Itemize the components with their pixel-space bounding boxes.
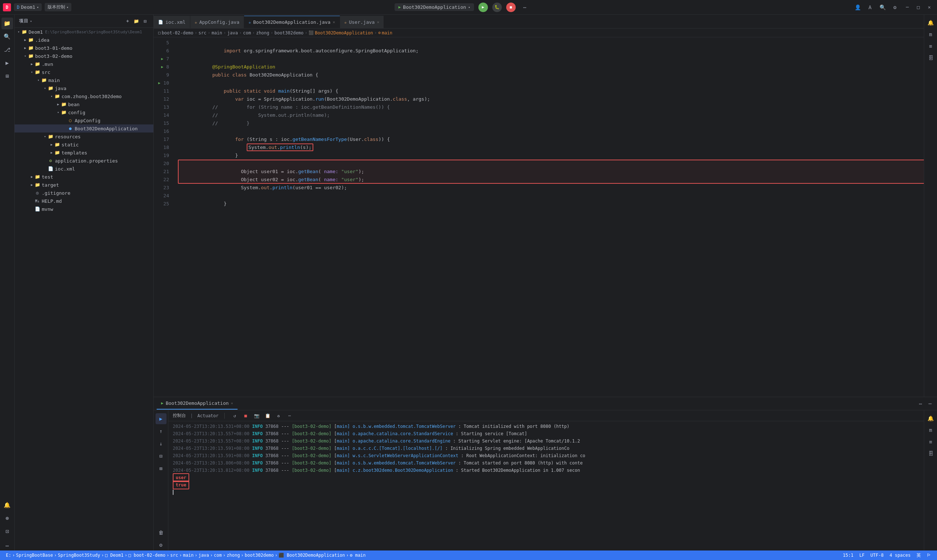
panel-options-icon[interactable]: ⋯ <box>917 400 925 408</box>
run-button[interactable]: ▶ <box>479 3 488 12</box>
tree-config[interactable]: ▾ 📁 config <box>15 108 153 116</box>
tree-boot301[interactable]: ▶ 📁 boot3-01-demo <box>15 44 153 52</box>
status-path[interactable]: E: › SpringBootBase › SpringBoot3Study ›… <box>5 553 367 558</box>
db-gutter-icon[interactable]: 🗄 <box>926 448 936 458</box>
notifications-icon[interactable]: 🔔 <box>2 499 13 511</box>
status-lf[interactable]: LF <box>858 553 866 558</box>
run-gutter-icon[interactable]: ▶ <box>160 63 165 71</box>
plugins-icon[interactable]: ⊞ <box>2 70 13 82</box>
tab-boot302[interactable]: ☕ Boot302DemoApplication.java ✕ <box>244 16 340 28</box>
minimize-button[interactable]: ─ <box>903 3 912 12</box>
stop-run-icon[interactable]: ■ <box>242 412 249 420</box>
new-file-icon[interactable]: + <box>124 18 131 25</box>
settings-icon[interactable]: ⚙ <box>155 540 166 551</box>
translate-icon[interactable]: A <box>865 3 875 12</box>
search-icon[interactable]: 🔍 <box>878 3 887 12</box>
bookmarks-right-icon[interactable]: m <box>926 29 936 40</box>
code-content[interactable]: import org.springframework.boot.autoconf… <box>172 37 932 397</box>
breadcrumb-zhong[interactable]: zhong <box>256 31 269 35</box>
tab-appconfig[interactable]: ☕ AppConfig.java <box>190 16 244 28</box>
tree-mvnw[interactable]: ▶ 📄 mvnw <box>15 205 153 213</box>
find-icon[interactable]: 🔍 <box>2 31 13 43</box>
console-tab-label[interactable]: 控制台 <box>173 412 186 419</box>
tree-app-props[interactable]: ▶ ⚙ application.properties <box>15 157 153 165</box>
dump-icon[interactable]: 📋 <box>263 412 272 420</box>
gc-icon[interactable]: ♻ <box>274 412 283 420</box>
tab-ioc-xml[interactable]: 📄 ioc.xml <box>154 16 190 28</box>
tree-resources[interactable]: ▾ 📁 resources <box>15 132 153 140</box>
vcs-button[interactable]: 版本控制 ▾ <box>45 3 71 11</box>
tree-mvn[interactable]: ▶ 📁 .mvn <box>15 60 153 68</box>
more-actions-button[interactable]: ⋯ <box>520 3 529 12</box>
tree-bean[interactable]: ▶ 📁 bean <box>15 100 153 108</box>
tree-boot302[interactable]: ▾ 📁 boot3-02-demo <box>15 52 153 60</box>
scroll-down-icon[interactable]: ↓ <box>155 438 166 449</box>
project-files-icon[interactable]: 📁 <box>2 18 13 29</box>
tab-user[interactable]: ☕ User.java ✕ <box>340 16 384 28</box>
run-gutter-icon[interactable]: ▶ <box>160 55 165 63</box>
status-lang[interactable]: 英 <box>915 552 922 558</box>
indent-icon[interactable]: ⊟ <box>155 451 166 462</box>
notifications-right-icon[interactable]: 🔔 <box>926 18 936 28</box>
tree-root[interactable]: ▾ 📁 Deom1 E:\SpringBootBase\SpringBoot3S… <box>15 28 153 36</box>
tree-static[interactable]: ▶ 📁 static <box>15 140 153 149</box>
run-gutter-icon[interactable]: ▶ <box>157 79 162 87</box>
breadcrumb-boot302demo[interactable]: boot302demo <box>274 31 303 35</box>
debug-button[interactable]: 🐛 <box>492 3 502 12</box>
more-tools-icon[interactable]: … <box>2 539 13 551</box>
breadcrumb-method[interactable]: ⚙ main <box>378 31 392 35</box>
maximize-button[interactable]: □ <box>914 3 923 12</box>
restart-icon[interactable]: ↺ <box>231 412 238 420</box>
tree-helpmd[interactable]: ▶ M↓ HELP.md <box>15 197 153 205</box>
structure-gutter-icon[interactable]: ≡ <box>926 437 936 447</box>
wrap-icon[interactable]: ⊞ <box>155 463 166 474</box>
git-icon[interactable]: ⊛ <box>2 512 13 524</box>
vcs-icon[interactable]: ⎇ <box>2 44 13 55</box>
tree-templates[interactable]: ▶ 📁 templates <box>15 149 153 157</box>
tree-main[interactable]: ▾ 📁 main <box>15 76 153 84</box>
tree-ioc-xml[interactable]: ▶ 📄 ioc.xml <box>15 165 153 173</box>
scroll-up-icon[interactable]: ↑ <box>155 426 166 437</box>
breadcrumb-java[interactable]: java <box>227 31 238 35</box>
tab-close-icon[interactable]: ✕ <box>231 401 233 405</box>
status-indent[interactable]: 4 spaces <box>888 553 912 558</box>
tab-close-icon[interactable]: ✕ <box>333 20 335 25</box>
terminal-icon[interactable]: ⊡ <box>2 526 13 537</box>
run-play-icon[interactable]: ▶ <box>155 413 166 424</box>
db-right-icon[interactable]: 🗄 <box>926 53 936 63</box>
breadcrumb-main[interactable]: main <box>212 31 222 35</box>
more-run-icon[interactable]: ⋯ <box>286 412 294 420</box>
project-selector[interactable]: D Deom1 ▾ <box>14 3 42 11</box>
tree-package[interactable]: ▾ 📁 com.zhong.boot302demo <box>15 92 153 100</box>
breadcrumb-com[interactable]: com <box>243 31 251 35</box>
status-utf8[interactable]: UTF-8 <box>869 553 885 558</box>
tree-test[interactable]: ▶ 📁 test <box>15 173 153 181</box>
screenshot-icon[interactable]: 📷 <box>252 412 261 420</box>
run-debug-icon[interactable]: ▶ <box>2 57 13 69</box>
new-folder-icon[interactable]: 📁 <box>133 18 140 25</box>
collapse-all-icon[interactable]: ⊟ <box>142 18 149 25</box>
structure-right-icon[interactable]: ≡ <box>926 41 936 51</box>
bookmarks-gutter-icon[interactable]: m <box>926 425 936 435</box>
tree-src[interactable]: ▾ 📁 src <box>15 68 153 76</box>
actuator-tab-label[interactable]: Actuator <box>197 413 218 418</box>
status-flag[interactable]: 🏳 <box>925 553 932 558</box>
run-tab[interactable]: ▶ Boot302DemoApplication ✕ <box>157 398 237 409</box>
tree-boot302app[interactable]: ▶ ● Boot302DemoApplication <box>15 125 153 132</box>
stop-button[interactable]: ■ <box>506 3 516 12</box>
tree-java[interactable]: ▾ 📁 java <box>15 84 153 92</box>
account-icon[interactable]: 👤 <box>853 3 862 12</box>
close-button[interactable]: ✕ <box>925 3 934 12</box>
breadcrumb-class[interactable]: ⬛ Boot302DemoApplication <box>309 31 373 35</box>
tab-close-icon[interactable]: ✕ <box>377 20 380 25</box>
trash-icon[interactable]: 🗑 <box>155 527 166 538</box>
run-config-selector[interactable]: ▶ Boot302DemoApplication ▾ <box>395 3 474 11</box>
tree-target[interactable]: ▶ 📁 target <box>15 181 153 189</box>
breadcrumb-boot02demo[interactable]: □ boot-02-demo <box>158 31 193 35</box>
tree-idea[interactable]: ▶ 📁 .idea <box>15 36 153 44</box>
panel-minimize-icon[interactable]: ─ <box>926 400 934 408</box>
status-linecol[interactable]: 15:1 <box>842 553 855 558</box>
breadcrumb-src[interactable]: src <box>198 31 206 35</box>
tree-gitignore[interactable]: ▶ ◎ .gitignore <box>15 189 153 197</box>
tree-appconfig[interactable]: ▶ ○ AppConfig <box>15 116 153 125</box>
